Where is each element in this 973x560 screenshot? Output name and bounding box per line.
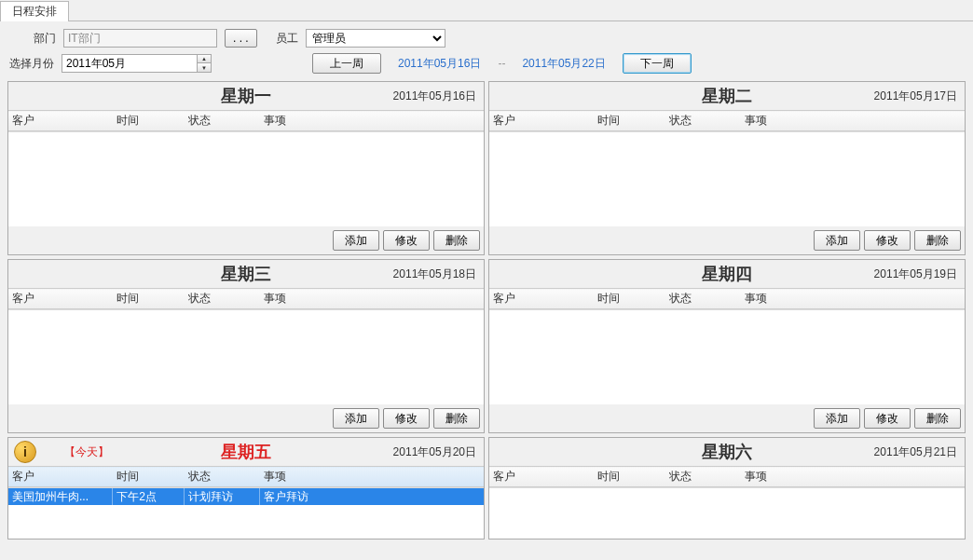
col-item[interactable]: 事项 [260, 289, 484, 309]
col-time[interactable]: 时间 [594, 467, 665, 487]
col-time[interactable]: 时间 [113, 111, 185, 131]
day-table-header: 客户时间状态事项 [489, 110, 965, 131]
cell-customer: 美国加州牛肉... [8, 487, 113, 507]
col-customer[interactable]: 客户 [489, 467, 594, 487]
col-time[interactable]: 时间 [113, 289, 185, 309]
col-item[interactable]: 事项 [741, 289, 965, 309]
info-icon: i [14, 441, 36, 463]
day-table-header: 客户时间状态事项 [8, 288, 484, 309]
week-from-date: 2011年05月16日 [398, 56, 481, 72]
day-header: 星期四2011年05月19日 [489, 260, 965, 288]
delete-button[interactable]: 删除 [433, 408, 480, 429]
month-spinner[interactable]: ▲ ▼ [62, 54, 212, 73]
day-title: 星期四 [702, 263, 752, 285]
add-button[interactable]: 添加 [333, 230, 379, 251]
col-status[interactable]: 状态 [185, 289, 261, 309]
edit-button[interactable]: 修改 [864, 408, 911, 429]
col-status[interactable]: 状态 [185, 467, 261, 487]
day-date: 2011年05月21日 [874, 444, 957, 460]
filter-bar: 部门 . . . 员工 管理员 选择月份 ▲ ▼ 上一周 2011年05月16日… [0, 21, 973, 81]
day-panel: 星期四2011年05月19日客户时间状态事项添加修改删除 [488, 259, 966, 433]
delete-button[interactable]: 删除 [914, 230, 961, 251]
add-button[interactable]: 添加 [814, 408, 860, 429]
col-status[interactable]: 状态 [665, 111, 742, 131]
day-date: 2011年05月17日 [874, 89, 957, 104]
col-item[interactable]: 事项 [260, 467, 484, 487]
day-title: 星期五 [221, 441, 271, 463]
col-item[interactable]: 事项 [741, 111, 965, 131]
day-header: i【今天】星期五2011年05月20日 [8, 438, 484, 466]
day-date: 2011年05月16日 [393, 89, 476, 104]
day-panel: 星期六2011年05月21日客户时间状态事项 [488, 437, 966, 540]
days-grid: 星期一2011年05月16日客户时间状态事项添加修改删除星期二2011年05月1… [0, 81, 973, 547]
day-body[interactable] [489, 131, 965, 226]
day-date: 2011年05月18日 [393, 266, 476, 282]
col-status[interactable]: 状态 [185, 111, 261, 131]
day-body[interactable] [8, 309, 484, 404]
day-panel: i【今天】星期五2011年05月20日客户时间状态事项美国加州牛肉...下午2点… [7, 437, 485, 540]
day-header: 星期三2011年05月18日 [8, 260, 484, 288]
day-title: 星期一 [221, 85, 271, 107]
day-header: 星期六2011年05月21日 [489, 438, 965, 466]
week-nav: 上一周 2011年05月16日 -- 2011年05月22日 下一周 [312, 53, 692, 74]
tab-schedule[interactable]: 日程安排 [0, 1, 69, 21]
edit-button[interactable]: 修改 [383, 230, 430, 251]
col-customer[interactable]: 客户 [489, 111, 594, 131]
day-body[interactable]: 美国加州牛肉...下午2点计划拜访客户拜访 [8, 487, 484, 539]
delete-button[interactable]: 删除 [914, 408, 961, 429]
col-customer[interactable]: 客户 [8, 111, 113, 131]
col-time[interactable]: 时间 [594, 111, 665, 131]
month-label: 选择月份 [9, 56, 54, 72]
day-date: 2011年05月20日 [393, 444, 476, 460]
dept-label: 部门 [34, 31, 56, 47]
add-button[interactable]: 添加 [814, 230, 860, 251]
col-time[interactable]: 时间 [594, 289, 665, 309]
col-customer[interactable]: 客户 [8, 467, 113, 487]
day-table-header: 客户时间状态事项 [8, 110, 484, 131]
today-label: 【今天】 [64, 444, 109, 460]
day-panel: 星期三2011年05月18日客户时间状态事项添加修改删除 [7, 259, 485, 433]
day-panel: 星期一2011年05月16日客户时间状态事项添加修改删除 [7, 81, 485, 255]
emp-label: 员工 [276, 31, 298, 47]
next-week-button[interactable]: 下一周 [623, 53, 692, 74]
day-footer: 添加修改删除 [8, 226, 484, 254]
day-table-header: 客户时间状态事项 [8, 466, 484, 487]
day-footer: 添加修改删除 [489, 404, 965, 432]
delete-button[interactable]: 删除 [433, 230, 480, 251]
date-separator: -- [498, 57, 505, 70]
month-up-button[interactable]: ▲ [198, 55, 211, 63]
col-item[interactable]: 事项 [741, 467, 965, 487]
col-status[interactable]: 状态 [665, 467, 742, 487]
col-customer[interactable]: 客户 [489, 289, 594, 309]
month-down-button[interactable]: ▼ [198, 63, 211, 72]
day-title: 星期三 [221, 263, 271, 285]
day-header: 星期二2011年05月17日 [489, 82, 965, 110]
day-footer: 添加修改删除 [489, 226, 965, 254]
day-table-header: 客户时间状态事项 [489, 466, 965, 487]
day-title: 星期六 [702, 441, 752, 463]
day-date: 2011年05月19日 [874, 266, 957, 282]
day-body[interactable] [489, 487, 965, 539]
col-customer[interactable]: 客户 [8, 289, 113, 309]
day-body[interactable] [8, 131, 484, 226]
dept-browse-button[interactable]: . . . [225, 29, 257, 48]
emp-select[interactable]: 管理员 [306, 29, 445, 48]
day-panel: 星期二2011年05月17日客户时间状态事项添加修改删除 [488, 81, 966, 255]
dept-input[interactable] [63, 29, 217, 48]
col-time[interactable]: 时间 [113, 467, 185, 487]
edit-button[interactable]: 修改 [864, 230, 911, 251]
cell-status: 计划拜访 [185, 487, 261, 507]
day-header: 星期一2011年05月16日 [8, 82, 484, 110]
col-item[interactable]: 事项 [260, 111, 484, 131]
day-body[interactable] [489, 309, 965, 404]
prev-week-button[interactable]: 上一周 [312, 53, 381, 74]
cell-time: 下午2点 [113, 487, 185, 507]
week-to-date: 2011年05月22日 [522, 56, 605, 72]
add-button[interactable]: 添加 [333, 408, 379, 429]
month-input[interactable] [62, 54, 197, 73]
table-row[interactable]: 美国加州牛肉...下午2点计划拜访客户拜访 [8, 488, 484, 505]
day-table-header: 客户时间状态事项 [489, 288, 965, 309]
col-status[interactable]: 状态 [665, 289, 742, 309]
tab-bar: 日程安排 [0, 0, 973, 21]
edit-button[interactable]: 修改 [383, 408, 430, 429]
